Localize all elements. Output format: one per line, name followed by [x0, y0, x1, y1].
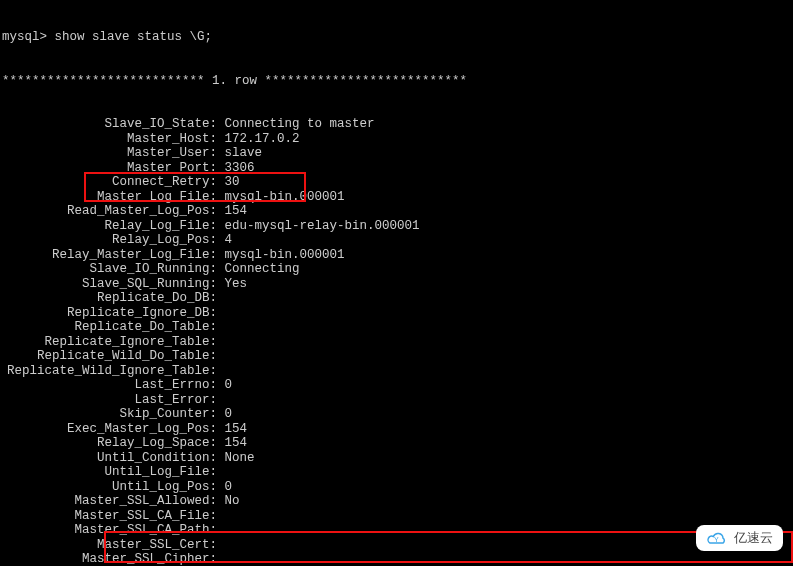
field-value: [217, 538, 225, 553]
row-header: *************************** 1. row *****…: [0, 74, 793, 89]
field-value: [217, 552, 225, 566]
field-label: Relay_Log_Pos:: [0, 233, 217, 248]
field-value: None: [217, 451, 255, 466]
field-value: [217, 335, 225, 350]
field-value: 172.17.0.2: [217, 132, 300, 147]
status-row: Read_Master_Log_Pos: 154: [0, 204, 793, 219]
field-value: 30: [217, 175, 240, 190]
field-value: 154: [217, 204, 247, 219]
field-value: edu-mysql-relay-bin.000001: [217, 219, 420, 234]
field-value: [217, 306, 225, 321]
status-row: Until_Condition: None: [0, 451, 793, 466]
field-value: mysql-bin.000001: [217, 248, 345, 263]
status-row: Relay_Log_Space: 154: [0, 436, 793, 451]
status-row: Until_Log_File:: [0, 465, 793, 480]
terminal-output: mysql> show slave status \G; ***********…: [0, 0, 793, 566]
field-value: [217, 509, 225, 524]
field-label: Replicate_Ignore_Table:: [0, 335, 217, 350]
field-value: [217, 349, 225, 364]
status-row: Replicate_Ignore_Table:: [0, 335, 793, 350]
status-row: Master_SSL_Cipher:: [0, 552, 793, 566]
status-row: Slave_IO_State: Connecting to master: [0, 117, 793, 132]
status-row: Until_Log_Pos: 0: [0, 480, 793, 495]
field-value: [217, 364, 225, 379]
field-value: Yes: [217, 277, 247, 292]
svg-text:Y: Y: [714, 536, 719, 543]
field-label: Last_Error:: [0, 393, 217, 408]
field-label: Read_Master_Log_Pos:: [0, 204, 217, 219]
status-row: Replicate_Do_Table:: [0, 320, 793, 335]
field-value: 0: [217, 378, 232, 393]
status-row: Master_SSL_Cert:: [0, 538, 793, 553]
field-value: 154: [217, 436, 247, 451]
status-row: Last_Error:: [0, 393, 793, 408]
status-row: Slave_SQL_Running: Yes: [0, 277, 793, 292]
field-label: Connect_Retry:: [0, 175, 217, 190]
status-row: Relay_Master_Log_File: mysql-bin.000001: [0, 248, 793, 263]
field-label: Last_Errno:: [0, 378, 217, 393]
field-label: Replicate_Wild_Ignore_Table:: [0, 364, 217, 379]
field-label: Slave_IO_Running:: [0, 262, 217, 277]
status-row: Master_SSL_CA_Path:: [0, 523, 793, 538]
field-value: mysql-bin.000001: [217, 190, 345, 205]
status-row: Connect_Retry: 30: [0, 175, 793, 190]
field-label: Skip_Counter:: [0, 407, 217, 422]
status-row: Master_Port: 3306: [0, 161, 793, 176]
field-value: Connecting: [217, 262, 300, 277]
field-label: Replicate_Wild_Do_Table:: [0, 349, 217, 364]
status-row: Master_SSL_CA_File:: [0, 509, 793, 524]
field-value: Connecting to master: [217, 117, 375, 132]
status-row: Replicate_Wild_Do_Table:: [0, 349, 793, 364]
status-row: Relay_Log_Pos: 4: [0, 233, 793, 248]
field-value: 3306: [217, 161, 255, 176]
field-value: [217, 320, 225, 335]
status-row: Master_SSL_Allowed: No: [0, 494, 793, 509]
field-label: Master_User:: [0, 146, 217, 161]
field-label: Slave_SQL_Running:: [0, 277, 217, 292]
status-row: Slave_IO_Running: Connecting: [0, 262, 793, 277]
field-label: Master_SSL_Cipher:: [0, 552, 217, 566]
field-value: slave: [217, 146, 262, 161]
status-row: Replicate_Wild_Ignore_Table:: [0, 364, 793, 379]
status-row: Replicate_Ignore_DB:: [0, 306, 793, 321]
field-label: Replicate_Do_DB:: [0, 291, 217, 306]
field-label: Master_Log_File:: [0, 190, 217, 205]
field-label: Relay_Log_File:: [0, 219, 217, 234]
field-value: 0: [217, 480, 232, 495]
field-label: Replicate_Ignore_DB:: [0, 306, 217, 321]
field-label: Slave_IO_State:: [0, 117, 217, 132]
status-row: Last_Errno: 0: [0, 378, 793, 393]
status-row: Master_Host: 172.17.0.2: [0, 132, 793, 147]
status-row: Master_Log_File: mysql-bin.000001: [0, 190, 793, 205]
status-row: Skip_Counter: 0: [0, 407, 793, 422]
field-label: Master_Host:: [0, 132, 217, 147]
field-value: [217, 465, 225, 480]
field-label: Until_Log_Pos:: [0, 480, 217, 495]
field-label: Master_SSL_Cert:: [0, 538, 217, 553]
mysql-prompt: mysql> show slave status \G;: [0, 30, 793, 45]
field-value: [217, 291, 225, 306]
watermark-text: 亿速云: [734, 531, 773, 546]
field-value: 0: [217, 407, 232, 422]
status-row: Master_User: slave: [0, 146, 793, 161]
field-label: Master_SSL_Allowed:: [0, 494, 217, 509]
status-rows: Slave_IO_State: Connecting to masterMast…: [0, 117, 793, 566]
field-value: No: [217, 494, 240, 509]
field-label: Until_Condition:: [0, 451, 217, 466]
field-label: Until_Log_File:: [0, 465, 217, 480]
field-label: Master_SSL_CA_File:: [0, 509, 217, 524]
watermark-badge: Y 亿速云: [696, 525, 783, 552]
field-label: Master_Port:: [0, 161, 217, 176]
field-value: [217, 393, 225, 408]
field-value: 154: [217, 422, 247, 437]
field-value: [217, 523, 225, 538]
field-label: Master_SSL_CA_Path:: [0, 523, 217, 538]
field-value: 4: [217, 233, 232, 248]
field-label: Exec_Master_Log_Pos:: [0, 422, 217, 437]
field-label: Relay_Log_Space:: [0, 436, 217, 451]
cloud-icon: Y: [706, 531, 728, 545]
status-row: Exec_Master_Log_Pos: 154: [0, 422, 793, 437]
status-row: Replicate_Do_DB:: [0, 291, 793, 306]
field-label: Relay_Master_Log_File:: [0, 248, 217, 263]
field-label: Replicate_Do_Table:: [0, 320, 217, 335]
